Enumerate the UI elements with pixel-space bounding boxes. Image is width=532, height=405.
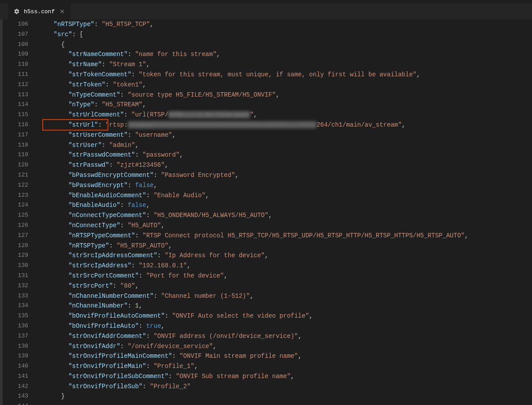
- code-line[interactable]: "strUser": "admin",: [39, 140, 532, 150]
- token-key: "strPasswd": [68, 161, 109, 169]
- line-number: 128: [3, 241, 28, 251]
- code-line[interactable]: "strOnvifProfileMainComment": "ONVIF Mai…: [39, 351, 532, 361]
- token-punc: ,: [142, 81, 146, 88]
- token-key: "strSrcPortComment": [68, 272, 139, 279]
- code-line[interactable]: }: [39, 391, 532, 401]
- token-bool: false: [128, 202, 146, 209]
- tab-filename: h5ss.conf: [24, 8, 55, 15]
- code-line[interactable]: "bPasswdEncryptComment": "Password Encry…: [39, 170, 532, 180]
- token-key: "bPasswdEncryptComment": [68, 172, 153, 179]
- code-line[interactable]: "bEnableAudio": false,: [39, 200, 532, 210]
- token-key: "nRTSPTypeComment": [68, 232, 135, 239]
- token-str: "ONVIF Sub stream profile name": [176, 373, 290, 380]
- code-line[interactable]: "strSrcPortComment": "Port for the devic…: [39, 271, 532, 281]
- token-key: "nTypeComment": [68, 91, 120, 98]
- token-key: "strSrcIpAddress": [68, 262, 131, 269]
- editor-tab[interactable]: h5ss.conf: [8, 4, 71, 19]
- line-number: 124: [3, 200, 28, 210]
- token-punc: :: [165, 312, 172, 319]
- code-line[interactable]: "strSrcIpAddressComment": "Ip Address fo…: [39, 251, 532, 261]
- token-punc: ,: [194, 363, 198, 370]
- token-punc: :: [146, 333, 154, 340]
- code-line[interactable]: "strOnvifProfileSub": "Profile_2": [39, 382, 532, 392]
- code-line[interactable]: "nConnectTypeComment": "H5_ONDEMAND/H5_A…: [39, 210, 532, 221]
- token-punc: ,: [276, 91, 279, 98]
- token-punc: :: [120, 202, 128, 209]
- code-line[interactable]: "strOnvifProfileMain": "Profile_1",: [39, 361, 532, 371]
- code-line[interactable]: "strToken": "token1",: [39, 80, 532, 90]
- token-punc: ,: [224, 272, 227, 279]
- token-blur: //admin***************************** ***…: [128, 121, 316, 128]
- token-str: "H5_RTSP_AUTO": [116, 242, 168, 249]
- token-str: "token1": [113, 81, 142, 88]
- token-punc: :: [124, 111, 131, 118]
- code-line[interactable]: "strOnvifProfileSubComment": "ONVIF Sub …: [39, 371, 532, 382]
- token-punc: :: [120, 343, 128, 350]
- token-punc: :: [153, 172, 161, 179]
- token-key: "bEnableAudio": [68, 202, 120, 209]
- code-line[interactable]: "nTypeComment": "source type H5_FILE/H5_…: [39, 90, 532, 100]
- code-line[interactable]: "bOnvifProfileAutoComment": "ONVIF Auto …: [39, 311, 532, 321]
- code-line[interactable]: "nConnectType": "H5_AUTO",: [39, 221, 532, 231]
- token-key: "strOnvifProfileSubComment": [68, 373, 168, 380]
- token-key: "nConnectType": [68, 222, 120, 229]
- token-key: "strOnvifProfileSub": [68, 383, 142, 390]
- code-line[interactable]: "strPasswd": "zjzt#123456",: [39, 160, 532, 170]
- token-key: "nConnectTypeComment": [68, 212, 146, 219]
- close-icon[interactable]: [58, 8, 66, 15]
- token-punc: ,: [150, 21, 153, 28]
- token-str: "H5_STREAM": [102, 101, 142, 108]
- code-line[interactable]: "strOnvifAddrComment": "ONVIF address (/…: [39, 331, 532, 341]
- code-line[interactable]: "strUrlComment": "url(RTSP/RTMP... ) or …: [39, 110, 532, 120]
- line-number: 142: [3, 382, 28, 392]
- token-str: "ONVIF address (/onvif/device_service)": [153, 333, 298, 340]
- code-line[interactable]: "strSrcPort": "80",: [39, 281, 532, 291]
- token-key: "strSrcIpAddressComment": [68, 252, 157, 259]
- line-number: 112: [3, 80, 28, 90]
- code-line[interactable]: "strUrl": "rtsp://admin*****************…: [39, 120, 532, 130]
- code-line[interactable]: "nRTSPType": "H5_RTSP_AUTO",: [39, 241, 532, 251]
- code-line[interactable]: "strPasswdComment": "password",: [39, 150, 532, 160]
- token-key: "nRTSPType": [68, 242, 109, 249]
- code-line[interactable]: "strOnvifAddr": "/onvif/device_service",: [39, 341, 532, 352]
- token-punc: ,: [146, 202, 150, 209]
- token-str: "192.168.0.1": [139, 262, 187, 269]
- line-number: 116: [3, 120, 28, 130]
- token-key: "bOnvifProfileAuto": [68, 322, 139, 330]
- line-number: 120: [3, 160, 28, 170]
- token-key: "strToken": [68, 81, 105, 88]
- code-line[interactable]: [39, 401, 532, 405]
- token-str: "Password Encrypted": [161, 172, 235, 179]
- token-punc: :: [109, 161, 117, 169]
- token-punc: ,: [213, 343, 216, 350]
- code-area[interactable]: "nRTSPType": "H5_RTSP_TCP", "src": [ { "…: [36, 19, 532, 405]
- editor[interactable]: 1061071081091101111121131141151161171181…: [0, 19, 532, 405]
- code-line[interactable]: "nChannelNumberComment": "Channel number…: [39, 291, 532, 301]
- code-line[interactable]: {: [39, 40, 532, 50]
- code-line[interactable]: "strName": "Stream 1",: [39, 60, 532, 70]
- token-str: "rtsp:: [105, 121, 127, 128]
- token-punc: :: [113, 282, 120, 289]
- token-punc: :: [135, 232, 142, 239]
- code-line[interactable]: "src": [: [39, 30, 532, 40]
- code-line[interactable]: "bOnvifProfileAuto": true,: [39, 321, 532, 331]
- code-line[interactable]: "nRTSPType": "H5_RTSP_TCP",: [39, 19, 532, 30]
- code-line[interactable]: "nRTSPTypeComment": "RTSP Connect protoc…: [39, 231, 532, 241]
- token-punc: ,: [146, 61, 150, 68]
- code-line[interactable]: "bEnableAudioComment": "Enable Audio",: [39, 191, 532, 201]
- token-str: "Profile_2": [150, 383, 190, 390]
- code-line[interactable]: "strTokenComment": "token for this strea…: [39, 70, 532, 80]
- code-line[interactable]: "strUserComment": "username",: [39, 130, 532, 140]
- code-line[interactable]: "nType": "H5_STREAM",: [39, 100, 532, 110]
- code-line[interactable]: "bPasswdEncrypt": false,: [39, 180, 532, 191]
- code-line[interactable]: "strSrcIpAddress": "192.168.0.1",: [39, 261, 532, 271]
- line-number: 125: [3, 210, 28, 221]
- token-punc: :: [135, 151, 142, 158]
- token-punc: :: [105, 81, 113, 88]
- code-line[interactable]: "strNameComment": "name for this stream"…: [39, 49, 532, 60]
- token-key: "strOnvifAddr": [68, 343, 120, 350]
- line-number: 137: [3, 331, 28, 341]
- code-line[interactable]: "nChannelNumber": 1,: [39, 301, 532, 311]
- line-number: 117: [3, 130, 28, 140]
- token-punc: ,: [250, 292, 253, 300]
